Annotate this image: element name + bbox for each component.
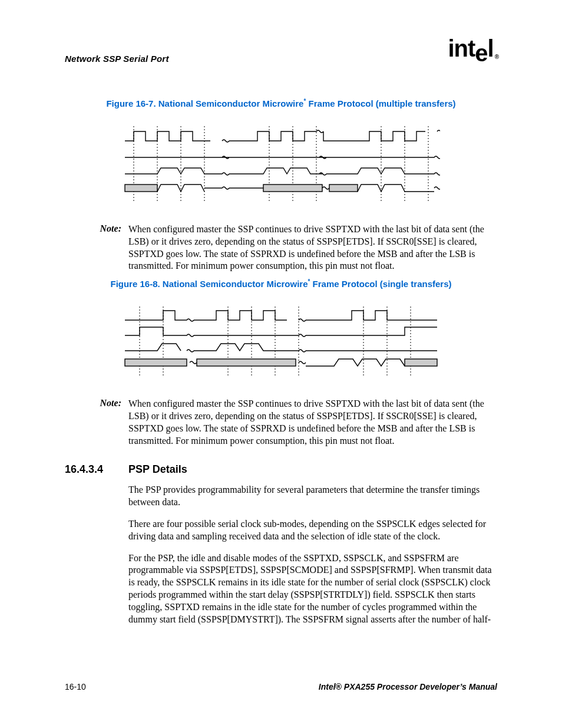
paragraph-3: For the PSP, the idle and disable modes … [128,552,497,626]
paragraph-1: The PSP provides programmability for sev… [128,484,497,509]
intel-logo: intel® [448,35,497,62]
page-footer: 16-10 Intel® PXA255 Processor Developer’… [65,682,497,691]
fig7-suffix: Frame Protocol (multiple transfers) [306,98,455,108]
svg-rect-24 [197,359,296,366]
note-body: When configured master the SSP continues… [128,398,497,447]
paragraph-2: There are four possible serial clock sub… [128,518,497,543]
fig8-suffix: Frame Protocol (single transfers) [310,279,451,289]
svg-rect-25 [405,359,437,366]
note-label: Note: [65,398,128,447]
timing-diagram-multiple [122,123,440,206]
note-2: Note: When configured master the SSP con… [65,398,497,447]
fig8-prefix: Figure 16-8. National Semiconductor Micr… [110,279,308,289]
section-heading: 16.4.3.4 PSP Details [65,463,497,476]
running-header: Network SSP Serial Port intel® [65,47,497,64]
page-number: 16-10 [65,682,86,691]
svg-rect-23 [125,359,187,366]
figure-16-7-caption: Figure 16-7. National Semiconductor Micr… [65,98,497,108]
page-content: Figure 16-7. National Semiconductor Micr… [65,98,497,625]
note-body: When configured master the SSP continues… [128,223,497,272]
note-label: Note: [65,223,128,272]
section-number: 16.4.3.4 [65,463,128,476]
section-title: PSP Details [128,463,187,476]
timing-diagram-single [122,304,440,380]
note-1: Note: When configured master the SSP con… [65,223,497,272]
svg-rect-12 [263,185,322,192]
figure-16-8-caption: Figure 16-8. National Semiconductor Micr… [65,278,497,289]
running-title: Network SSP Serial Port [65,54,169,64]
fig7-prefix: Figure 16-7. National Semiconductor Micr… [106,98,303,108]
svg-rect-11 [125,185,157,192]
svg-rect-13 [329,185,358,192]
manual-title: Intel® PXA255 Processor Developer’s Manu… [319,682,497,691]
